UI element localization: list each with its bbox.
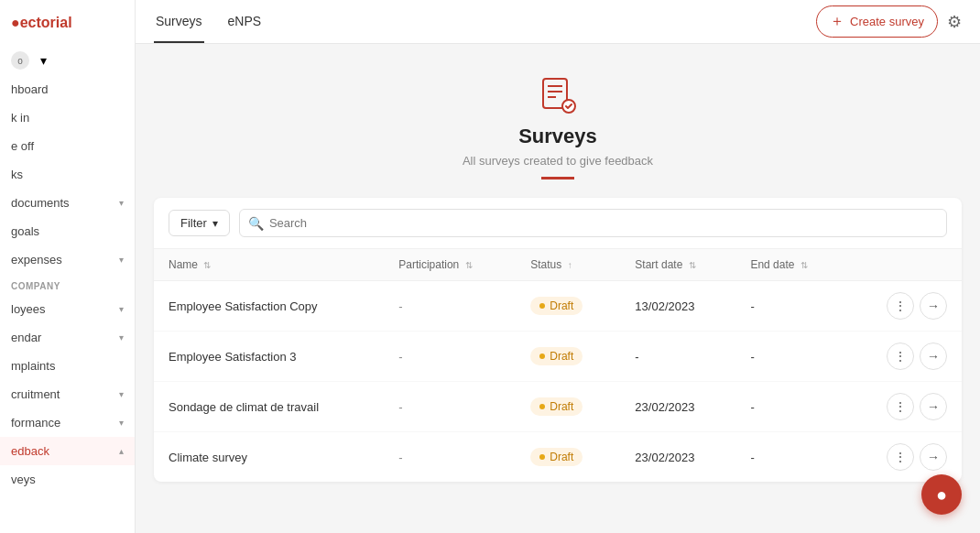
cell-end-date: - <box>735 382 846 432</box>
participation-sort-icon[interactable]: ⇅ <box>465 260 473 270</box>
hero-subtitle: All surveys created to give feedback <box>154 154 962 168</box>
performance-chevron-icon: ▾ <box>119 418 124 428</box>
main-content: Surveys eNPS ＋ Create survey ⚙ <box>136 0 980 533</box>
cell-end-date: - <box>735 281 846 332</box>
col-start-date: Start date ⇅ <box>620 249 735 281</box>
table-header-row: Name ⇅ Participation ⇅ Status ↑ Start <box>154 249 962 281</box>
sidebar-item-calendar[interactable]: endar ▾ <box>0 323 135 352</box>
sidebar-item-surveys[interactable]: veys <box>0 465 135 494</box>
search-icon: 🔍 <box>248 216 264 231</box>
employees-chevron-icon: ▾ <box>119 304 124 314</box>
recruitment-chevron-icon: ▾ <box>119 389 124 399</box>
status-badge: Draft <box>530 347 583 365</box>
table-row: Employee Satisfaction 3 - Draft - - ⋮ → <box>154 332 962 382</box>
col-participation: Participation ⇅ <box>384 249 516 281</box>
cell-participation: - <box>384 432 516 483</box>
cell-name: Employee Satisfaction Copy <box>154 281 384 332</box>
table-row: Sondage de climat de travail - Draft 23/… <box>154 382 962 432</box>
filter-chevron-icon: ▾ <box>212 217 218 230</box>
row-open-button[interactable]: → <box>920 443 947 471</box>
sidebar: ●ectorial o ▾ hboard k in e off ks docum… <box>0 0 136 533</box>
brand-logo: ●ectorial <box>0 0 135 46</box>
status-sort-icon[interactable]: ↑ <box>568 260 572 270</box>
org-chevron-icon: ▾ <box>40 53 47 68</box>
cell-start-date: 23/02/2023 <box>620 382 735 432</box>
support-bubble[interactable]: ● <box>921 474 962 515</box>
cell-start-date: 13/02/2023 <box>620 281 735 332</box>
cell-status: Draft <box>516 332 620 382</box>
sidebar-item-tasks[interactable]: ks <box>0 160 135 189</box>
sidebar-item-timeoff[interactable]: e off <box>0 132 135 160</box>
badge-dot-icon <box>539 404 545 409</box>
expenses-chevron-icon: ▾ <box>119 255 124 265</box>
col-status: Status ↑ <box>516 249 620 281</box>
startdate-sort-icon[interactable]: ⇅ <box>689 260 696 270</box>
tab-surveys[interactable]: Surveys <box>154 0 204 43</box>
org-selector[interactable]: o ▾ <box>0 46 135 75</box>
cell-status: Draft <box>516 432 620 483</box>
sidebar-item-employees[interactable]: loyees ▾ <box>0 295 135 323</box>
badge-dot-icon <box>539 303 545 309</box>
org-avatar: o <box>11 51 29 70</box>
calendar-chevron-icon: ▾ <box>119 332 124 343</box>
enddate-sort-icon[interactable]: ⇅ <box>800 260 808 270</box>
cell-end-date: - <box>735 332 846 382</box>
settings-icon[interactable]: ⚙ <box>947 12 962 32</box>
sidebar-item-goals[interactable]: goals <box>0 217 135 245</box>
feedback-chevron-icon: ▴ <box>119 446 124 456</box>
row-more-button[interactable]: ⋮ <box>887 443 914 471</box>
sidebar-item-complaints[interactable]: mplaints <box>0 352 135 380</box>
row-open-button[interactable]: → <box>920 292 947 320</box>
col-end-date: End date ⇅ <box>735 249 846 281</box>
badge-dot-icon <box>539 354 545 359</box>
name-sort-icon[interactable]: ⇅ <box>203 260 211 270</box>
topnav: Surveys eNPS ＋ Create survey ⚙ <box>136 0 980 44</box>
hero-divider <box>541 177 574 179</box>
hero-section: Surveys All surveys created to give feed… <box>136 44 980 198</box>
status-badge: Draft <box>530 397 583 416</box>
cell-participation: - <box>384 281 516 332</box>
surveys-table-container: Filter ▾ 🔍 Name ⇅ <box>154 198 962 482</box>
badge-dot-icon <box>539 454 545 460</box>
topnav-tabs: Surveys eNPS <box>154 0 263 43</box>
search-wrapper: 🔍 <box>239 209 947 237</box>
cell-participation: - <box>384 382 516 432</box>
cell-participation: - <box>384 332 516 382</box>
page-content: Surveys All surveys created to give feed… <box>136 44 980 533</box>
cell-end-date: - <box>735 432 846 483</box>
row-open-button[interactable]: → <box>920 393 947 420</box>
search-input[interactable] <box>239 209 947 237</box>
tab-enps[interactable]: eNPS <box>226 0 264 43</box>
sidebar-item-checkin[interactable]: k in <box>0 103 135 132</box>
table-row: Employee Satisfaction Copy - Draft 13/02… <box>154 281 962 332</box>
sidebar-item-documents[interactable]: documents ▾ <box>0 189 135 217</box>
cell-actions: ⋮ → <box>846 281 962 332</box>
row-more-button[interactable]: ⋮ <box>887 343 914 370</box>
sidebar-item-dashboard[interactable]: hboard <box>0 75 135 103</box>
filter-button[interactable]: Filter ▾ <box>169 210 230 236</box>
col-actions <box>846 249 962 281</box>
create-survey-button[interactable]: ＋ Create survey <box>816 5 938 38</box>
table-toolbar: Filter ▾ 🔍 <box>154 198 962 249</box>
col-name: Name ⇅ <box>154 249 384 281</box>
cell-status: Draft <box>516 382 620 432</box>
status-badge: Draft <box>530 297 583 315</box>
surveys-table: Name ⇅ Participation ⇅ Status ↑ Start <box>154 249 962 482</box>
status-badge: Draft <box>530 448 583 466</box>
sidebar-item-recruitment[interactable]: cruitment ▾ <box>0 380 135 408</box>
hero-title: Surveys <box>154 125 962 148</box>
cell-name: Employee Satisfaction 3 <box>154 332 384 382</box>
table-row: Climate survey - Draft 23/02/2023 - ⋮ → <box>154 432 962 483</box>
sidebar-item-performance[interactable]: formance ▾ <box>0 408 135 437</box>
topnav-actions: ＋ Create survey ⚙ <box>816 5 962 38</box>
cell-start-date: 23/02/2023 <box>620 432 735 483</box>
cell-actions: ⋮ → <box>846 332 962 382</box>
row-more-button[interactable]: ⋮ <box>887 292 914 320</box>
sidebar-item-expenses[interactable]: expenses ▾ <box>0 245 135 274</box>
cell-start-date: - <box>620 332 735 382</box>
documents-chevron-icon: ▾ <box>119 198 124 208</box>
row-open-button[interactable]: → <box>920 343 947 370</box>
sidebar-item-feedback[interactable]: edback ▴ <box>0 437 135 465</box>
row-more-button[interactable]: ⋮ <box>887 393 914 420</box>
cell-name: Climate survey <box>154 432 384 483</box>
